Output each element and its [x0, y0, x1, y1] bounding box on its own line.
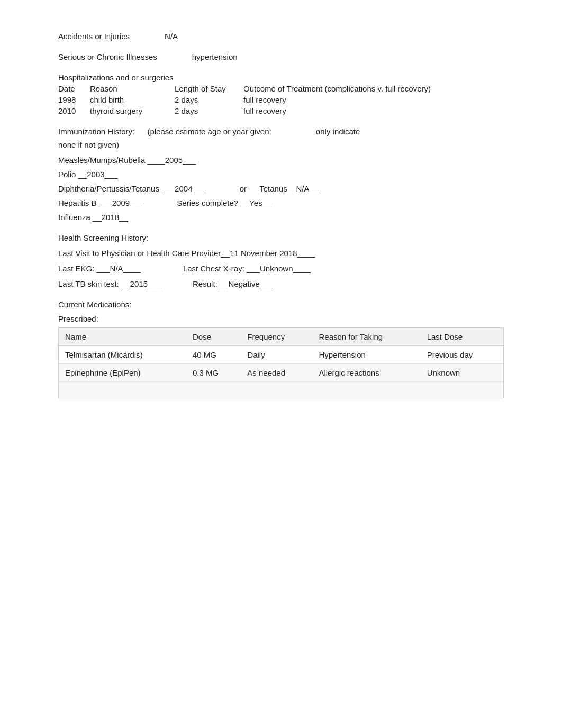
col-name: Name [59, 328, 186, 346]
hepb-label: Hepatitis B ___2009___ [58, 198, 143, 207]
mmr-label: Measles/Mumps/Rubella ____2005___ [58, 156, 196, 165]
mmr-row: Measles/Mumps/Rubella ____2005___ [58, 156, 504, 165]
last-chest-label: Last Chest X-ray: ___Unknown____ [183, 264, 311, 273]
hosp-col-date: Date [58, 84, 90, 93]
health-screening-title: Health Screening History: [58, 233, 148, 242]
med2-name: Epinephrine (EpiPen) [59, 364, 186, 382]
immunization-section: Immunization History: (please estimate a… [58, 127, 504, 222]
med2-reason: Allergic reactions [312, 364, 420, 382]
col-reason: Reason for Taking [312, 328, 420, 346]
table-row-empty [59, 382, 503, 398]
medications-section: Current Medications: Prescribed: Name Do… [58, 300, 504, 398]
med3-frequency [241, 382, 312, 398]
hosp-row1-date: 1998 [58, 95, 90, 104]
influenza-row: Influenza __2018__ [58, 213, 504, 222]
serious-illnesses-section: Serious or Chronic Illnesses hypertensio… [58, 52, 504, 61]
immunization-title: Immunization History: [58, 127, 134, 136]
dpt-extra-value: Tetanus__N/A__ [259, 184, 318, 193]
med3-name [59, 382, 186, 398]
medications-table-wrapper: Name Dose Frequency Reason for Taking La… [58, 327, 504, 398]
col-dose: Dose [186, 328, 241, 346]
last-ekg-label: Last EKG: ___N/A____ [58, 264, 141, 273]
hosp-row1-outcome: full recovery [243, 95, 504, 104]
col-frequency: Frequency [241, 328, 312, 346]
hosp-col-reason: Reason [90, 84, 175, 93]
dpt-label: Diphtheria/Pertussis/Tetanus ___2004___ [58, 184, 206, 193]
accidents-section: Accidents or Injuries N/A [58, 32, 504, 41]
med1-dose: 40 MG [186, 346, 241, 364]
medications-title: Current Medications: [58, 300, 131, 309]
med1-last-dose: Previous day [421, 346, 503, 364]
immunization-subtitle2: only indicate [316, 127, 360, 136]
accidents-value: N/A [165, 32, 178, 41]
serious-illnesses-label: Serious or Chronic Illnesses [58, 52, 157, 61]
med1-reason: Hypertension [312, 346, 420, 364]
serious-illnesses-value: hypertension [192, 52, 238, 61]
medications-table: Name Dose Frequency Reason for Taking La… [59, 328, 503, 398]
immunization-subtitle: (please estimate age or year given; [147, 127, 271, 136]
dpt-extra-label: or [240, 184, 247, 193]
hosp-row1-los: 2 days [175, 95, 243, 104]
last-tb-label: Last TB skin test: __2015___ [58, 279, 161, 288]
med1-name: Telmisartan (Micardis) [59, 346, 186, 364]
immunization-subtitle3: none if not given) [58, 140, 119, 149]
hosp-col-outcome: Outcome of Treatment (complications v. f… [243, 84, 504, 93]
hosp-row2-los: 2 days [175, 106, 243, 115]
hosp-row2-reason: thyroid surgery [90, 106, 175, 115]
last-tb-result: Result: __Negative___ [193, 279, 273, 288]
medications-table-header: Name Dose Frequency Reason for Taking La… [59, 328, 503, 346]
med2-dose: 0.3 MG [186, 364, 241, 382]
hosp-col-los: Length of Stay [175, 84, 243, 93]
hospitalizations-title: Hospitalizations and or surgeries [58, 73, 504, 82]
health-screening-section: Health Screening History: Last Visit to … [58, 233, 504, 288]
influenza-label: Influenza __2018__ [58, 213, 128, 222]
dpt-row: Diphtheria/Pertussis/Tetanus ___2004___ … [58, 184, 504, 193]
med1-frequency: Daily [241, 346, 312, 364]
col-last-dose: Last Dose [421, 328, 503, 346]
med2-frequency: As needed [241, 364, 312, 382]
med3-reason [312, 382, 420, 398]
accidents-label: Accidents or Injuries [58, 32, 130, 41]
hosp-row2-outcome: full recovery [243, 106, 504, 115]
hosp-row1-reason: child birth [90, 95, 175, 104]
polio-label: Polio __2003___ [58, 170, 118, 179]
med3-last-dose [421, 382, 503, 398]
table-row: Epinephrine (EpiPen) 0.3 MG As needed Al… [59, 364, 503, 382]
polio-row: Polio __2003___ [58, 170, 504, 179]
hepb-extra-label: Series complete? __Yes__ [177, 198, 271, 207]
hepb-row: Hepatitis B ___2009___ Series complete? … [58, 198, 504, 207]
med3-dose [186, 382, 241, 398]
hosp-row2-date: 2010 [58, 106, 90, 115]
table-row: Telmisartan (Micardis) 40 MG Daily Hyper… [59, 346, 503, 364]
hospitalizations-section: Hospitalizations and or surgeries Date R… [58, 73, 504, 115]
last-visit-label: Last Visit to Physician or Health Care P… [58, 249, 315, 258]
med2-last-dose: Unknown [421, 364, 503, 382]
prescribed-label: Prescribed: [58, 314, 98, 323]
